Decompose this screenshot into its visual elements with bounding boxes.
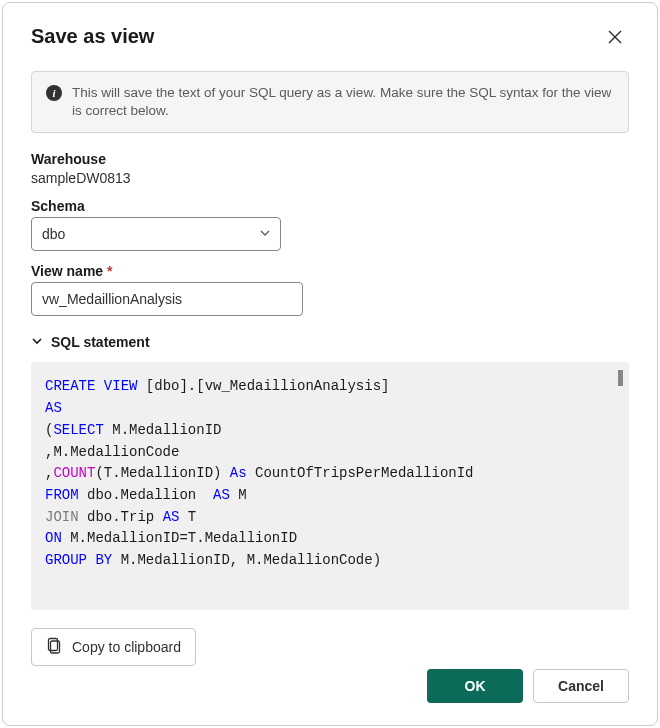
sql-section-label: SQL statement (51, 334, 150, 350)
sql-statement-toggle[interactable]: SQL statement (31, 334, 629, 350)
scrollbar-thumb[interactable] (618, 370, 623, 386)
save-as-view-dialog: Save as view i This will save the text o… (2, 2, 658, 726)
view-name-label: View name * (31, 263, 629, 279)
clipboard-icon (46, 637, 62, 658)
info-text: This will save the text of your SQL quer… (72, 84, 614, 120)
dialog-footer: OK Cancel (427, 669, 629, 703)
info-banner: i This will save the text of your SQL qu… (31, 71, 629, 133)
svg-rect-2 (51, 641, 60, 653)
dialog-title: Save as view (31, 25, 154, 48)
dialog-header: Save as view (31, 25, 629, 53)
view-name-input[interactable] (31, 282, 303, 316)
close-icon (607, 29, 623, 49)
close-button[interactable] (601, 25, 629, 53)
sql-statement-box[interactable]: CREATE VIEW [dbo].[vw_MedaillionAnalysis… (31, 362, 629, 610)
required-marker: * (107, 263, 112, 279)
info-icon: i (46, 85, 62, 101)
svg-rect-3 (49, 638, 58, 650)
copy-label: Copy to clipboard (72, 639, 181, 655)
ok-button[interactable]: OK (427, 669, 523, 703)
schema-select[interactable] (31, 217, 281, 251)
chevron-down-icon (31, 334, 43, 350)
schema-select-wrap (31, 217, 281, 251)
warehouse-value: sampleDW0813 (31, 170, 629, 186)
warehouse-label: Warehouse (31, 151, 629, 167)
copy-to-clipboard-button[interactable]: Copy to clipboard (31, 628, 196, 666)
view-name-label-text: View name (31, 263, 103, 279)
schema-label: Schema (31, 198, 629, 214)
cancel-button[interactable]: Cancel (533, 669, 629, 703)
